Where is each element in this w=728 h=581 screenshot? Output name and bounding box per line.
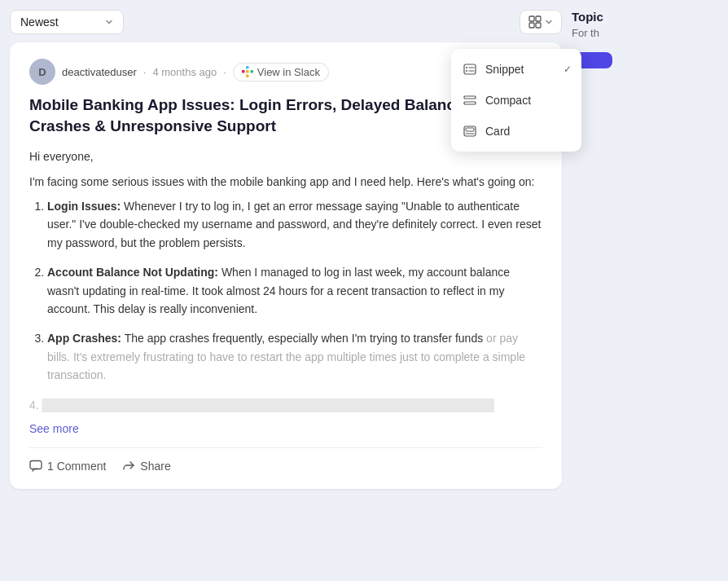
issues-list: Login Issues: Whenever I try to log in, … (29, 197, 542, 385)
snippet-icon (463, 62, 477, 77)
svg-rect-10 (464, 64, 476, 74)
sort-dropdown[interactable]: Newest (10, 10, 124, 34)
meta-dot: · (143, 66, 147, 78)
issue-2: Account Balance Not Updating: When I man… (47, 263, 542, 318)
svg-point-11 (466, 67, 467, 68)
meta-dot2: · (223, 66, 226, 78)
author-name: deactivateduser (62, 66, 137, 78)
view-mode-snippet[interactable]: Snippet ✓ (451, 54, 581, 85)
comment-icon (29, 460, 42, 473)
share-label: Share (140, 460, 170, 473)
compact-label: Compact (485, 94, 531, 107)
view-mode-dropdown: Snippet ✓ Compact Card (451, 49, 581, 152)
svg-rect-2 (529, 23, 534, 28)
svg-rect-5 (246, 66, 249, 69)
view-mode-compact[interactable]: Compact (451, 85, 581, 116)
view-toggle-button[interactable] (520, 10, 562, 34)
body-intro2: I'm facing some serious issues with the … (29, 173, 542, 191)
sort-value: Newest (20, 15, 59, 29)
faded-item-4: 4. █████████████████████████████████████… (29, 396, 542, 414)
avatar: D (29, 59, 55, 85)
view-mode-icon (528, 15, 542, 29)
svg-rect-18 (466, 128, 474, 131)
comment-label: 1 Comment (47, 460, 106, 473)
share-icon (122, 460, 135, 473)
post-divider (29, 447, 542, 448)
svg-rect-4 (242, 70, 245, 73)
svg-rect-0 (529, 16, 534, 21)
card-icon (463, 124, 477, 139)
compact-icon (463, 93, 477, 108)
svg-rect-16 (464, 102, 476, 104)
svg-rect-7 (246, 75, 249, 78)
slack-link-text: View in Slack (257, 66, 320, 78)
chevron-icon (105, 18, 113, 26)
view-chevron-icon (545, 18, 553, 26)
post-body: Hi everyone, I'm facing some serious iss… (29, 147, 542, 414)
post-actions: 1 Comment Share (29, 460, 542, 473)
snippet-label: Snippet (485, 63, 524, 76)
svg-point-13 (466, 70, 467, 72)
issue-3: App Crashes: The app crashes frequently,… (47, 329, 542, 384)
slack-icon (242, 66, 253, 77)
share-button[interactable]: Share (122, 460, 170, 473)
issue-1: Login Issues: Whenever I try to log in, … (47, 197, 542, 252)
card-label: Card (485, 125, 510, 138)
svg-rect-6 (250, 70, 253, 73)
comment-button[interactable]: 1 Comment (29, 460, 106, 473)
svg-rect-15 (464, 96, 476, 99)
svg-rect-8 (246, 70, 249, 73)
sort-bar: Newest (10, 10, 562, 34)
svg-rect-3 (536, 23, 541, 28)
svg-rect-1 (536, 16, 541, 21)
snippet-checkmark: ✓ (564, 64, 572, 75)
topic-label: Topic (572, 10, 718, 24)
see-more-link[interactable]: See more (29, 422, 79, 435)
view-in-slack-link[interactable]: View in Slack (233, 63, 329, 81)
view-mode-card[interactable]: Card (451, 116, 581, 147)
right-panel: Topic For th (572, 10, 718, 571)
topic-desc: For th (572, 27, 718, 39)
post-time: 4 months ago (152, 66, 217, 78)
svg-rect-9 (30, 460, 42, 469)
